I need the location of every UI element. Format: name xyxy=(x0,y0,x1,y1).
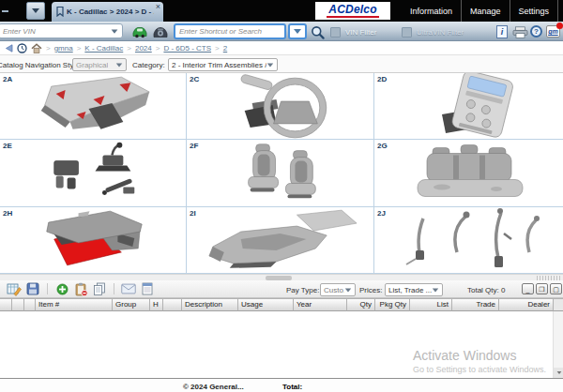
menu-item-settings[interactable]: Settings xyxy=(510,0,558,22)
restore-button[interactable]: ❐ xyxy=(536,283,548,294)
vin-filter-checkbox[interactable] xyxy=(330,27,341,38)
col-spacer[interactable] xyxy=(163,298,182,311)
category-select[interactable]: 2 - Interior Trim Assemblies / S... xyxy=(168,58,278,71)
maximize-button[interactable]: ▢ xyxy=(550,283,562,294)
col-usage[interactable]: Usage xyxy=(238,298,294,311)
prices-label: Prices: xyxy=(359,286,382,294)
breadcrumb-separator: > xyxy=(77,44,82,53)
breadcrumb-gmna[interactable]: gmna xyxy=(54,44,73,53)
catalog-tab[interactable]: K - Cadillac > 2024 > D - ... × xyxy=(52,2,163,22)
grid-cell-2d[interactable]: 2D xyxy=(374,73,563,140)
tab-label: K - Cadillac > 2024 > D - ... xyxy=(67,8,154,16)
ultravin-filter-label: UltraVIN Filter xyxy=(417,28,464,37)
chevron-down-icon xyxy=(116,63,122,67)
shortcut-search-input[interactable] xyxy=(174,23,286,39)
tab-close-icon[interactable]: × xyxy=(156,2,160,11)
breadcrumb-separator: > xyxy=(156,44,160,53)
grid-cell-2i[interactable]: 2I xyxy=(187,207,374,274)
col-dealer[interactable]: Dealer xyxy=(499,298,554,311)
col-qty[interactable]: Qty xyxy=(347,298,375,311)
col-group[interactable]: Group xyxy=(113,298,150,311)
search-history-button[interactable] xyxy=(288,23,307,39)
parts-table-header: Item # Group H Description Usage Year Qt… xyxy=(0,298,563,311)
bookmark-icon xyxy=(56,4,64,21)
breadcrumb-model[interactable]: D - 6D5 - CTS xyxy=(163,44,211,53)
vin-combo xyxy=(0,23,123,38)
ultravin-filter-checkbox[interactable] xyxy=(402,27,412,38)
horizontal-scrollbar[interactable] xyxy=(0,274,563,280)
col-flag3[interactable] xyxy=(24,298,36,311)
seat-belts-image xyxy=(374,207,563,273)
instrument-panel-image xyxy=(0,73,186,139)
chevron-down-icon xyxy=(556,371,561,374)
tab-list-button[interactable] xyxy=(26,2,45,20)
nav-style-select[interactable]: Graphical xyxy=(72,58,127,71)
catalog-nav-bar: Catalog Navigation Style: Graphical Cate… xyxy=(0,54,563,73)
menu-item-information[interactable]: Information xyxy=(402,0,461,22)
grid-cell-2h[interactable]: 2H xyxy=(0,207,187,274)
total-label: Total: xyxy=(282,383,302,391)
category-label: Category: xyxy=(132,61,165,69)
rear-seat-image xyxy=(374,140,563,206)
pedals-shifter-image xyxy=(0,140,186,206)
menu-item-help[interactable]: Help xyxy=(557,0,563,22)
grid-cell-2e[interactable]: 2E xyxy=(0,140,187,207)
menu-item-manage[interactable]: Manage xyxy=(461,0,510,22)
pay-type-select[interactable]: Custo... xyxy=(320,283,356,296)
scroll-down-button[interactable] xyxy=(554,368,563,378)
col-trade[interactable]: Trade xyxy=(452,298,499,311)
front-seats-image xyxy=(187,140,373,206)
main-menu: Information Manage Settings Help xyxy=(402,0,563,22)
col-flag2[interactable] xyxy=(12,298,24,311)
total-qty: Total Qty: 0 xyxy=(467,286,505,294)
vin-input[interactable] xyxy=(0,24,111,38)
watermark-title: Activate Windows xyxy=(413,348,546,363)
nav-style-label: Catalog Navigation Style: xyxy=(0,61,82,69)
breadcrumb-separator: > xyxy=(215,44,220,53)
prices-select[interactable]: List, Trade ... xyxy=(385,283,443,296)
search-icon[interactable] xyxy=(311,25,325,39)
minimize-button[interactable]: _ xyxy=(522,283,534,294)
chevron-down-icon xyxy=(345,288,351,292)
dashboard-icon[interactable] xyxy=(153,25,168,38)
breadcrumb-year[interactable]: 2024 xyxy=(135,44,152,53)
chevron-down-icon xyxy=(433,288,438,292)
col-h[interactable]: H xyxy=(150,298,163,311)
grid-cell-2f[interactable]: 2F xyxy=(187,140,374,207)
breadcrumb-separator: > xyxy=(46,44,51,53)
activate-windows-watermark: Activate Windows Go to Settings to activ… xyxy=(413,348,546,374)
vehicle-select-icon[interactable] xyxy=(131,25,148,38)
help-icon[interactable]: ? xyxy=(530,25,542,38)
breadcrumb-section[interactable]: 2 xyxy=(223,44,227,53)
back-arrow-icon[interactable] xyxy=(4,44,13,53)
print-icon[interactable] xyxy=(512,26,528,38)
chevron-down-icon xyxy=(32,8,39,13)
breadcrumb-make[interactable]: K - Cadillac xyxy=(84,44,123,53)
info-icon[interactable]: i xyxy=(496,25,508,38)
chevron-down-icon xyxy=(294,29,301,34)
watermark-subtitle: Go to Settings to activate Windows. xyxy=(413,365,546,374)
chevron-down-icon[interactable] xyxy=(112,29,118,33)
copyright-text: © 2024 General... xyxy=(183,383,244,391)
col-description[interactable]: Description xyxy=(182,298,238,311)
breadcrumb-separator: > xyxy=(127,44,131,53)
vertical-scrollbar[interactable] xyxy=(553,311,563,378)
breadcrumb: > gmna > K - Cadillac > 2024 > D - 6D5 -… xyxy=(0,41,563,54)
titlebar: K - Cadillac > 2024 > D - ... × ACDelco … xyxy=(0,0,563,22)
order-settings: Pay Type: Custo... Prices: List, Trade .… xyxy=(0,280,563,298)
acdelco-logo-text: ACDelco xyxy=(327,4,378,18)
notification-badge xyxy=(556,23,563,29)
grid-cell-2a[interactable]: 2A xyxy=(0,73,187,140)
history-icon[interactable] xyxy=(17,43,27,53)
col-year[interactable]: Year xyxy=(294,298,347,311)
grid-cell-2g[interactable]: 2G xyxy=(374,140,563,207)
col-pkg-qty[interactable]: Pkg Qty xyxy=(375,298,410,311)
home-icon[interactable] xyxy=(31,43,42,53)
col-flag1[interactable] xyxy=(0,298,12,311)
gm-rewards-icon[interactable]: gm xyxy=(546,25,560,38)
col-item[interactable]: Item # xyxy=(36,298,113,311)
vin-filter-label: VIN Filter xyxy=(345,28,376,37)
grid-cell-2c[interactable]: 2C xyxy=(187,73,374,140)
col-list[interactable]: List xyxy=(410,298,452,311)
grid-cell-2j[interactable]: 2J xyxy=(374,207,563,274)
